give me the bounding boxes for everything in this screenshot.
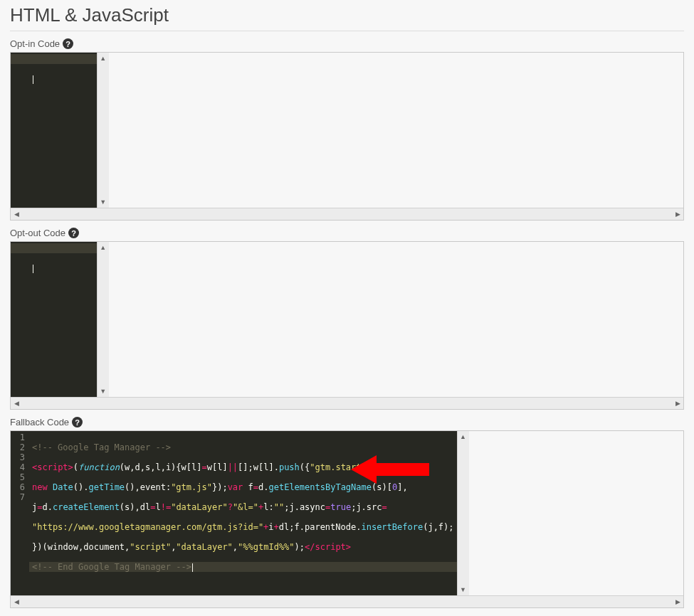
scroll-down-icon[interactable]: ▼ [98, 196, 109, 208]
scroll-left-icon[interactable]: ◀ [11, 398, 22, 409]
horizontal-scrollbar[interactable]: ◀ ▶ [11, 595, 683, 607]
horizontal-scrollbar[interactable]: ◀ ▶ [11, 397, 683, 409]
scroll-right-icon[interactable]: ▶ [672, 208, 683, 220]
help-icon[interactable]: ? [68, 228, 79, 238]
fallback-code-field: Fallback Code ? 1 2 3 4 5 6 7 <!-- Googl… [10, 417, 684, 608]
scroll-right-icon[interactable]: ▶ [672, 398, 683, 409]
scroll-down-icon[interactable]: ▼ [98, 386, 109, 397]
page-title: HTML & JavaScript [10, 4, 684, 31]
scroll-right-icon[interactable]: ▶ [672, 596, 683, 607]
help-icon[interactable]: ? [72, 417, 83, 428]
scroll-left-icon[interactable]: ◀ [11, 208, 22, 220]
scroll-left-icon[interactable]: ◀ [11, 596, 22, 607]
fallback-code-label-text: Fallback Code [10, 417, 69, 428]
scroll-up-icon[interactable]: ▲ [458, 431, 469, 442]
vertical-scrollbar[interactable]: ▲ ▼ [457, 431, 469, 595]
vertical-scrollbar[interactable]: ▲ ▼ [97, 242, 109, 397]
editor-code[interactable] [29, 53, 97, 208]
optin-code-label-text: Opt-in Code [10, 38, 60, 49]
optin-code-editor[interactable]: 1 [11, 53, 97, 208]
fallback-code-editor-wrap: 1 2 3 4 5 6 7 <!-- Google Tag Manager --… [10, 430, 684, 608]
editor-code[interactable] [29, 242, 97, 397]
editor-gutter: 1 2 3 4 5 6 7 [11, 431, 29, 595]
fallback-code-label: Fallback Code ? [10, 417, 684, 428]
scroll-down-icon[interactable]: ▼ [458, 584, 469, 595]
optout-code-editor[interactable]: 1 [11, 242, 97, 397]
help-icon[interactable]: ? [63, 38, 73, 49]
fallback-code-editor[interactable]: 1 2 3 4 5 6 7 <!-- Google Tag Manager --… [11, 431, 457, 595]
optin-code-editor-wrap: 1 ▲ ▼ ◀ ▶ [10, 52, 684, 221]
horizontal-scrollbar[interactable]: ◀ ▶ [11, 208, 683, 220]
editor-code[interactable]: <!-- Google Tag Manager --> <script>(fun… [29, 431, 457, 595]
optout-code-label: Opt-out Code ? [10, 228, 684, 238]
vertical-scrollbar[interactable]: ▲ ▼ [97, 53, 109, 208]
editor-gutter: 1 [11, 242, 29, 397]
editor-gutter: 1 [11, 53, 29, 208]
optout-code-editor-wrap: 1 ▲ ▼ ◀ ▶ [10, 241, 684, 410]
optin-code-label: Opt-in Code ? [10, 38, 684, 49]
optout-code-field: Opt-out Code ? 1 ▲ ▼ [10, 228, 684, 410]
scroll-up-icon[interactable]: ▲ [98, 242, 109, 253]
scroll-up-icon[interactable]: ▲ [98, 53, 109, 64]
optin-code-field: Opt-in Code ? 1 ▲ ▼ [10, 38, 684, 221]
optout-code-label-text: Opt-out Code [10, 228, 65, 238]
